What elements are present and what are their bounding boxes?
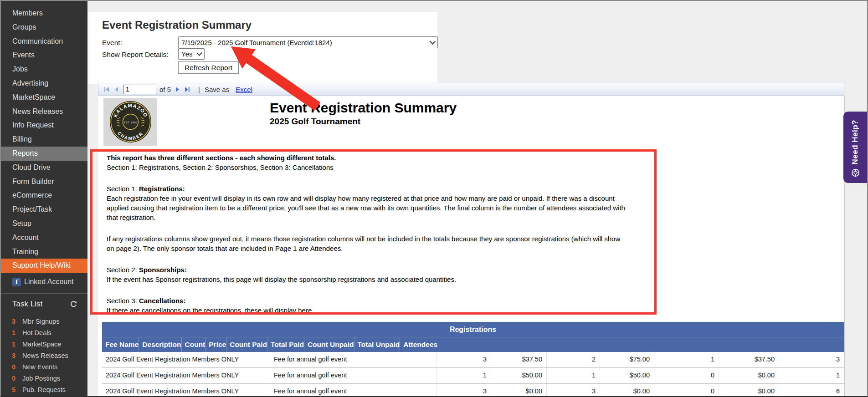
report-toolbar: of 5 | Save as Excel — [98, 83, 844, 96]
sidebar-item[interactable]: Support Help/Wiki — [1, 259, 87, 273]
cell-fee-name: 2024 Golf Event Registration Members ONL… — [102, 384, 270, 397]
task-list-item[interactable]: 3 Mbr Signups — [1, 316, 87, 327]
table-column-header: Total Paid — [267, 337, 304, 352]
sidebar-item-label: Billing — [12, 135, 32, 143]
task-count-badge: 1 — [1, 327, 15, 339]
cell-attendees: 6 — [779, 384, 844, 397]
table-column-header: Total Unpaid — [354, 337, 400, 352]
cell-count-paid: 3 — [546, 384, 600, 397]
next-page-icon[interactable] — [174, 86, 181, 93]
sidebar-item[interactable]: Reports — [1, 147, 87, 161]
sidebar-item-label: Members — [12, 9, 43, 17]
table-column-header: Count Unpaid — [304, 337, 354, 352]
report-subtitle: 2025 Golf Tournament — [270, 117, 360, 127]
task-label: News Releases — [22, 350, 68, 361]
chevron-down-icon — [196, 50, 202, 56]
task-list-item[interactable]: 3 News Releases — [1, 350, 87, 361]
table-title: Registrations — [102, 322, 844, 337]
app-window: Members Groups Communication Events Jobs… — [0, 0, 868, 397]
svg-text:EST. 1990: EST. 1990 — [123, 121, 137, 124]
task-list-item[interactable]: 1 Hot Deals — [1, 327, 87, 339]
sidebar-item[interactable]: Form Builder — [1, 175, 87, 189]
report-note-line — [107, 284, 626, 296]
sidebar-item[interactable]: News Releases — [1, 105, 87, 119]
sidebar-item[interactable]: Groups — [1, 20, 87, 35]
cell-count: 3 — [437, 352, 491, 367]
task-count-badge: 3 — [1, 350, 15, 361]
table-column-header: Description — [139, 337, 181, 352]
task-list-item[interactable]: 5 Pub. Requests — [1, 384, 87, 396]
report-note-line — [107, 172, 626, 184]
toolbar-separator: | — [198, 86, 200, 93]
sidebar-item-label: News Releases — [12, 107, 63, 115]
sidebar: Members Groups Communication Events Jobs… — [1, 1, 87, 397]
sidebar-item[interactable]: Events — [1, 48, 87, 62]
task-list-item[interactable]: 0 Job Postings — [1, 373, 87, 384]
sidebar-item[interactable]: Info Request — [1, 118, 87, 132]
registrations-table: Registrations Fee Name Description Count… — [102, 322, 844, 397]
task-list-item[interactable]: 1 MarketSpace — [1, 339, 87, 350]
excel-export-link[interactable]: Excel — [236, 86, 252, 93]
cell-attendees: 3 — [779, 352, 844, 367]
cell-total-paid: $75.00 — [600, 352, 654, 367]
refresh-icon[interactable] — [70, 300, 77, 308]
sidebar-item[interactable]: Account — [1, 231, 87, 245]
last-page-icon[interactable] — [184, 86, 190, 93]
need-help-tab[interactable]: Need Help? — [843, 112, 867, 183]
save-as-label: Save as — [205, 86, 229, 93]
sidebar-item[interactable]: Advertising — [1, 76, 87, 91]
linked-account-label: Linked Account — [24, 278, 74, 286]
facebook-icon: f — [12, 278, 21, 286]
event-select-value: 7/19/2025 - 2025 Golf Tournament (EventI… — [181, 39, 332, 46]
cell-count-unpaid: 0 — [654, 384, 719, 397]
task-count-badge: 0 — [1, 361, 15, 373]
sidebar-item-linked-account[interactable]: f Linked Account — [1, 275, 87, 289]
sidebar-item[interactable]: Project/Task — [1, 203, 87, 217]
sidebar-item[interactable]: Cloud Drive — [1, 161, 87, 175]
table-column-header: Count — [181, 337, 205, 352]
sidebar-item-label: eCommerce — [12, 191, 52, 199]
task-count-badge: 1 — [1, 339, 15, 350]
first-page-icon[interactable] — [103, 86, 110, 93]
table-column-header: Count Paid — [226, 337, 267, 352]
sidebar-item-label: Events — [12, 51, 35, 59]
cell-price: $50.00 — [491, 368, 546, 383]
sidebar-item[interactable]: Setup — [1, 217, 87, 231]
sidebar-item[interactable]: Members — [1, 6, 87, 20]
previous-page-icon[interactable] — [113, 86, 120, 93]
refresh-report-button[interactable]: Refresh Report — [178, 61, 239, 74]
cell-fee-name: 2024 Golf Event Registration Members ONL… — [102, 368, 270, 383]
task-list-item[interactable]: 0 New Events — [1, 361, 87, 373]
sidebar-item-label: Info Request — [12, 121, 54, 129]
report-note-line — [107, 222, 626, 234]
sidebar-item-label: MarketSpace — [12, 93, 55, 101]
sidebar-item-label: Training — [12, 248, 38, 255]
show-report-details-select[interactable]: Yes — [178, 48, 205, 60]
event-select[interactable]: 7/19/2025 - 2025 Golf Tournament (EventI… — [178, 36, 438, 48]
cell-count-unpaid: 0 — [654, 368, 719, 383]
page-number-input[interactable] — [123, 85, 156, 94]
sidebar-item[interactable]: eCommerce — [1, 188, 87, 203]
table-row: 2024 Golf Event Registration Members ONL… — [102, 352, 844, 368]
page-count-label: of 5 — [159, 86, 171, 93]
sidebar-item[interactable]: Jobs — [1, 62, 87, 76]
task-count-badge: 3 — [1, 316, 15, 327]
report-note-line: If the event has Sponsor registrations, … — [107, 275, 626, 284]
sidebar-item-label: Support Help/Wiki — [12, 261, 71, 269]
organization-logo: KALAMAZOO CHAMBER EST. 1990 — [103, 98, 157, 146]
sidebar-item[interactable]: MarketSpace — [1, 91, 87, 105]
sidebar-item[interactable]: Communication — [1, 35, 87, 49]
cell-total-paid: $50.00 — [600, 368, 654, 383]
table-row: 2024 Golf Event Registration Members ONL… — [102, 384, 844, 397]
sidebar-item[interactable]: Training — [1, 245, 87, 259]
sidebar-item-label: Setup — [12, 219, 31, 227]
report-note-line — [107, 253, 626, 265]
sidebar-divider — [1, 293, 87, 294]
task-count-badge: 0 — [1, 373, 15, 384]
sidebar-item[interactable]: Billing — [1, 132, 87, 147]
task-list: 3 Mbr Signups 1 Hot Deals 1 MarketSpace … — [1, 316, 87, 397]
task-label: Hot Deals — [22, 327, 51, 339]
cell-count-paid: 1 — [546, 368, 600, 383]
page-title: Event Registration Summary — [102, 19, 252, 31]
table-header-row: Fee Name Description Count Price Count P… — [102, 337, 844, 352]
